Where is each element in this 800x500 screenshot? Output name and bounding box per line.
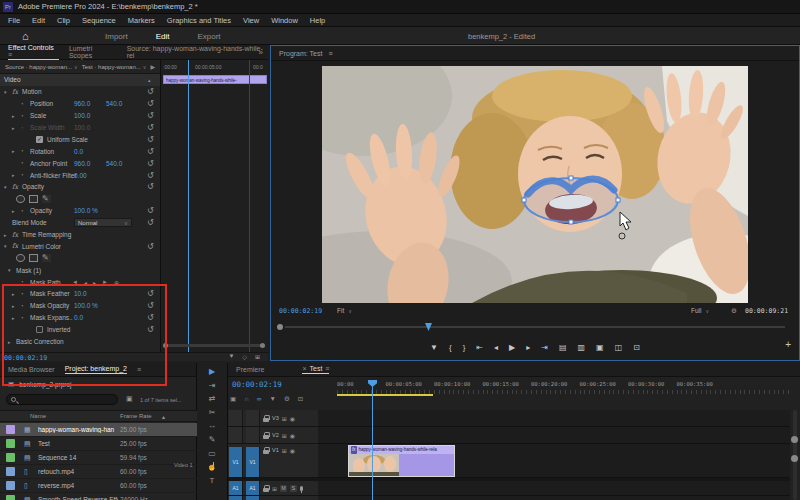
track-target-a1[interactable]: A1 [246, 481, 260, 495]
reset-parameter-icon[interactable]: ↺ [147, 301, 154, 310]
sort-icon[interactable]: ▴ [162, 413, 165, 420]
export-frame-button[interactable]: ▣ [596, 343, 604, 352]
expander-icon[interactable]: ▸ [12, 208, 20, 214]
stopwatch-icon[interactable]: ◔ [20, 125, 30, 131]
panel-menu-icon[interactable]: ≡ [8, 51, 12, 58]
hand-tool[interactable]: ☝ [207, 462, 217, 471]
reset-parameter-icon[interactable]: ↺ [147, 135, 154, 144]
reset-parameter-icon[interactable]: ↺ [147, 182, 154, 191]
project-item-sequence-14[interactable]: ▤Sequence 1459.94 fps [0, 451, 197, 465]
step-back-button[interactable]: ◂ [494, 343, 498, 352]
panel-options-icon[interactable]: ⊞ [255, 353, 260, 360]
work-area-bar[interactable] [337, 394, 433, 396]
scrub-zoom-handle[interactable] [277, 324, 283, 330]
scrollbar-handle-top[interactable] [791, 436, 798, 443]
captions-icon[interactable]: ⊡ [298, 395, 303, 403]
lock-icon[interactable] [263, 485, 269, 492]
track-area-v3[interactable] [318, 410, 790, 427]
playback-resolution-dropdown[interactable]: Full∨ [691, 307, 709, 314]
effect-row-rotation[interactable]: ▸◔Rotation0.0↺ [0, 145, 160, 157]
project-item-happy-woman-waving-han[interactable]: ▦happy-woman-waving-han25.00 fps [0, 423, 197, 437]
menu-item-file[interactable]: File [8, 16, 20, 25]
reset-parameter-icon[interactable]: ↺ [147, 242, 154, 251]
track-target-v3[interactable] [246, 410, 260, 426]
lock-icon[interactable] [263, 432, 269, 439]
project-item-reverse-mp4[interactable]: ▯reverse.mp460.00 fps [0, 479, 197, 493]
step-forward-button[interactable]: ▸ [526, 343, 530, 352]
reset-parameter-icon[interactable]: ↺ [147, 159, 154, 168]
program-video-frame[interactable] [322, 66, 748, 303]
mini-scroll-handle-right[interactable] [260, 343, 265, 348]
source-patch-a2[interactable]: A2 [229, 496, 243, 500]
checkbox-uniform-scale[interactable]: ✓ [36, 136, 43, 143]
reset-parameter-icon[interactable]: ↺ [147, 111, 154, 120]
ellipse-mask-icon[interactable] [16, 195, 25, 203]
new-bin-folder-icon[interactable]: ▣ [126, 395, 133, 403]
reset-parameter-icon[interactable]: ↺ [147, 87, 154, 96]
workspace-tab-export[interactable]: Export [197, 32, 220, 41]
clip-fx-badge[interactable]: fx [351, 446, 357, 454]
panel-tab-project-benkemp-2[interactable]: Project: benkemp_2 [65, 365, 127, 374]
expander-icon[interactable]: ▸ [12, 113, 20, 119]
mask-zoom-icon[interactable]: ⊕ [114, 279, 119, 286]
timeline-ruler[interactable]: 00:0000:00:05:0000:00:10:0000:00:15:0000… [228, 380, 788, 389]
slip-tool[interactable]: ↔ [208, 421, 216, 430]
play-around-icon[interactable]: ▶ [150, 63, 155, 70]
track-area-a2[interactable] [318, 496, 790, 500]
keyframe-icon[interactable]: ◇ [242, 353, 247, 360]
project-item-retouch-mp4[interactable]: ▯retouch.mp460.00 fps [0, 465, 197, 479]
panel-tab-source[interactable]: Source: happy-woman-waving-hands-while-r… [127, 45, 268, 59]
expander-icon[interactable]: ▸ [12, 172, 20, 178]
type-tool[interactable]: T [210, 476, 215, 485]
timeline-settings-icon[interactable]: ⚙ [284, 395, 290, 403]
column-frame-rate[interactable]: Frame Rate [120, 413, 152, 419]
stopwatch-icon[interactable]: ◔ [20, 208, 30, 214]
track-area-v2[interactable] [318, 427, 790, 444]
effect-row-blend-mode[interactable]: Blend ModeNormal∨↺ [0, 217, 160, 229]
effect-row-time-remapping[interactable]: ▸fxTime Remapping [0, 229, 160, 241]
expander-icon[interactable]: ▸ [12, 303, 20, 309]
label-color-swatch[interactable] [6, 467, 15, 476]
razor-tool[interactable]: ✂ [209, 408, 216, 417]
solo-button[interactable]: S [290, 485, 297, 492]
mark-out-button[interactable]: } [463, 343, 466, 352]
stopwatch-icon[interactable]: ◔ [20, 172, 30, 178]
param-value[interactable]: 960.0 [74, 160, 90, 167]
stopwatch-icon[interactable]: ◔ [20, 291, 30, 297]
track-area-a1[interactable] [318, 481, 790, 496]
tab-overflow-icon[interactable]: » [259, 48, 263, 57]
snap-icon[interactable]: ∩ [244, 395, 249, 403]
param-value[interactable]: 100.0 % [74, 207, 98, 214]
track-mask-back-icon[interactable]: ◂ [84, 279, 87, 286]
reset-parameter-icon[interactable]: ↺ [147, 123, 154, 132]
effect-row-uniform-scale[interactable]: ✓Uniform Scale↺ [0, 133, 160, 145]
track-header-v3[interactable]: V3⊞◉ [228, 410, 318, 427]
sequence-clip-dropdown[interactable]: Test · happy-woman...∨ [82, 64, 147, 70]
lock-icon[interactable] [263, 447, 269, 454]
add-marker-icon[interactable]: ▼ [269, 395, 275, 403]
track-select-forward-tool[interactable]: ⇥ [209, 381, 216, 390]
expander-icon[interactable]: ▾ [4, 89, 12, 95]
panel-menu-icon[interactable]: ≡ [328, 50, 332, 57]
close-tab-icon[interactable]: × [302, 365, 306, 372]
mini-playhead[interactable] [188, 60, 189, 352]
mark-in-button[interactable]: { [449, 343, 452, 352]
zoom-level-dropdown[interactable]: Fit∨ [337, 307, 352, 314]
pen-mask-icon[interactable]: ✎ [42, 195, 51, 203]
param-value[interactable]: 100.0 % [74, 302, 98, 309]
effect-row-scale[interactable]: ▸◔Scale100.0↺ [0, 110, 160, 122]
param-value[interactable]: 0.00 [74, 172, 87, 179]
multi-camera-button[interactable]: ⊡ [633, 343, 640, 352]
source-patch-v3[interactable] [229, 410, 243, 426]
effect-row-motion[interactable]: ▾fxMotion↺ [0, 86, 160, 98]
scrub-track[interactable] [285, 326, 785, 328]
track-area-v1[interactable]: fxhappy-woman-waving-hands-while-rela [318, 444, 790, 478]
expander-icon[interactable]: ▸ [12, 125, 20, 131]
menu-item-view[interactable]: View [243, 16, 259, 25]
pen-tool[interactable]: ✎ [209, 435, 216, 444]
rect-mask-icon[interactable] [29, 254, 38, 262]
checkbox-inverted[interactable] [36, 326, 43, 333]
label-color-swatch[interactable] [6, 439, 15, 448]
expander-icon[interactable]: ▸ [12, 291, 20, 297]
eye-icon[interactable]: ◉ [290, 447, 295, 454]
